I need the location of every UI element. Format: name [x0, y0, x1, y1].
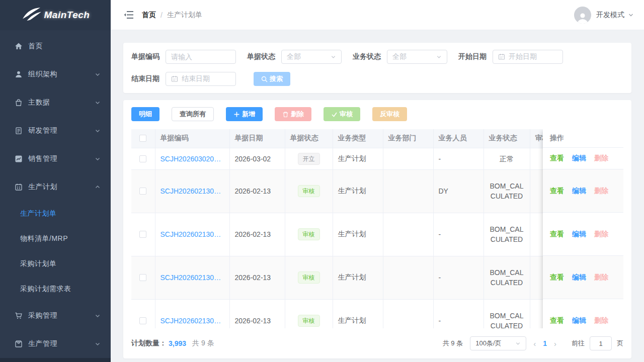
sidebar-item-production-mgmt[interactable]: 生产管理	[0, 330, 111, 358]
sidebar-item-home[interactable]: 首页	[0, 32, 111, 60]
top-bar: 首页 / 生产计划单 开发模式	[111, 0, 644, 30]
sidebar-item-label: 生产计划	[28, 183, 95, 192]
biz-dept-cell	[383, 213, 433, 256]
audit-button[interactable]: 审核	[324, 107, 360, 121]
doc-code-link[interactable]: SCJH20260213002...	[160, 317, 224, 325]
edit-link[interactable]: 编辑	[572, 273, 586, 282]
edit-link[interactable]: 编辑	[572, 154, 586, 163]
biz-status-select[interactable]: 全部	[387, 50, 447, 64]
view-link[interactable]: 查看	[550, 230, 564, 239]
row-checkbox[interactable]	[139, 231, 146, 238]
view-link[interactable]: 查看	[550, 316, 564, 325]
edit-link[interactable]: 编辑	[572, 316, 586, 325]
biz-dept-cell	[383, 169, 433, 213]
breadcrumb-home[interactable]: 首页	[142, 11, 156, 20]
sidebar-item-sales[interactable]: 销售管理	[0, 145, 111, 173]
end-date-picker[interactable]: 结束日期	[166, 72, 236, 86]
biz-type-cell: 生产计划	[333, 148, 383, 169]
biz-person-cell: -	[433, 213, 484, 256]
sidebar-item-master-data[interactable]: 主数据	[0, 88, 111, 117]
goto-page-input[interactable]	[590, 336, 612, 350]
sidebar-item-purchase-plan-demand[interactable]: 采购计划需求表	[0, 277, 111, 302]
doc-date-cell: 2026-03-02	[229, 148, 285, 169]
user-menu[interactable]: 开发模式	[574, 7, 634, 24]
chart-icon	[14, 155, 23, 163]
col-biz-type: 业务类型	[333, 129, 383, 148]
col-doc-code: 单据编码	[155, 129, 229, 148]
select-all-checkbox[interactable]	[139, 135, 146, 142]
chevron-down-icon	[95, 341, 101, 347]
doc-code-link[interactable]: SCJH20260213005...	[160, 187, 224, 195]
view-link[interactable]: 查看	[550, 187, 564, 196]
sidebar-item-bom-mrp[interactable]: 物料清单/MRP	[0, 226, 111, 251]
sidebar-item-label: 组织架构	[28, 70, 95, 79]
filter-panel: 单据编码 单据状态 全部 业务状态	[123, 43, 631, 93]
delete-link[interactable]: 删除	[594, 230, 608, 239]
start-date-label: 开始日期	[458, 52, 487, 61]
query-all-button[interactable]: 查询所有	[172, 107, 214, 121]
search-icon	[261, 76, 268, 82]
table-footer: 计划数量： 3,993 共 9 条 共 9 条 100条/页 ‹	[131, 328, 623, 358]
delete-link[interactable]: 删除	[594, 187, 608, 196]
delete-button[interactable]: 删除	[275, 107, 311, 121]
current-page[interactable]: 1	[543, 339, 547, 347]
doc-code-link[interactable]: SCJH20260213004...	[160, 230, 224, 238]
doc-code-link[interactable]: SCJH20260302001...	[160, 155, 224, 163]
doc-status-select[interactable]: 全部	[281, 50, 342, 64]
view-link[interactable]: 查看	[550, 273, 564, 282]
row-operations: 查看 编辑 删除	[543, 256, 623, 299]
row-checkbox[interactable]	[139, 155, 146, 162]
delete-link[interactable]: 删除	[594, 273, 608, 282]
edit-link[interactable]: 编辑	[572, 187, 586, 196]
end-date-placeholder: 结束日期	[182, 74, 210, 83]
start-date-picker[interactable]: 开始日期	[493, 50, 563, 64]
doc-status-tag: 审核	[298, 272, 320, 284]
sidebar-item-label: 销售管理	[28, 154, 95, 163]
calendar-icon	[498, 53, 505, 60]
detail-button[interactable]: 明细	[131, 107, 159, 121]
table-header-row: 单据编码 单据日期 单据状态 业务类型 业务部门 业务人员 业务状态 审核人	[131, 129, 575, 148]
doc-date-cell: 2026-02-13	[229, 256, 285, 299]
prev-page-button[interactable]: ‹	[526, 340, 543, 347]
row-checkbox[interactable]	[139, 274, 146, 281]
biz-dept-cell	[383, 148, 433, 169]
bird-logo-icon	[21, 7, 42, 24]
sidebar-bottom-strip	[0, 358, 111, 362]
chevron-down-icon	[95, 313, 101, 319]
sidebar-item-purchasing[interactable]: 采购管理	[0, 302, 111, 330]
doc-code-input[interactable]	[166, 50, 236, 64]
delete-link[interactable]: 删除	[594, 316, 608, 325]
toolbar: 明细 查询所有 新增 删除	[131, 107, 623, 121]
row-operations: 查看 编辑 删除	[543, 169, 623, 213]
unaudit-button[interactable]: 反审核	[372, 107, 407, 121]
sidebar-item-production-plan[interactable]: 生产计划	[0, 173, 111, 201]
doc-status-tag: 审核	[298, 228, 320, 240]
doc-status-tag: 审核	[298, 315, 320, 327]
chevron-down-icon	[95, 71, 101, 77]
app-logo: MainTech	[0, 0, 111, 30]
app-window: MainTech 首页 组织架构	[0, 0, 644, 362]
next-page-button[interactable]: ›	[547, 340, 564, 347]
table-row: SCJH20260213005... 2026-02-13 审核 生产计划 DY…	[131, 169, 575, 213]
sidebar-item-purchase-plan-order[interactable]: 采购计划单	[0, 251, 111, 277]
view-link[interactable]: 查看	[550, 154, 564, 163]
document-icon	[14, 127, 23, 135]
edit-link[interactable]: 编辑	[572, 230, 586, 239]
page-size-select[interactable]: 100条/页	[470, 336, 526, 350]
row-operations: 查看 编辑 删除	[543, 299, 623, 328]
chevron-down-icon	[95, 100, 101, 106]
plan-count-total: 共 9 条	[192, 339, 214, 348]
delete-link[interactable]: 删除	[594, 154, 608, 163]
search-button[interactable]: 搜索	[254, 72, 290, 86]
row-checkbox[interactable]	[139, 317, 146, 324]
sidebar-item-rnd[interactable]: 研发管理	[0, 117, 111, 145]
sidebar-fold-icon[interactable]	[124, 11, 134, 19]
doc-code-link[interactable]: SCJH20260213003...	[160, 274, 224, 282]
table-panel: 明细 查询所有 新增 删除	[123, 100, 631, 358]
breadcrumb-current: 生产计划单	[167, 11, 202, 20]
sidebar-item-org[interactable]: 组织架构	[0, 60, 111, 88]
sidebar-item-production-plan-order[interactable]: 生产计划单	[0, 201, 111, 226]
row-checkbox[interactable]	[139, 188, 146, 195]
add-button[interactable]: 新增	[226, 107, 263, 121]
col-biz-status: 业务状态	[484, 129, 530, 148]
